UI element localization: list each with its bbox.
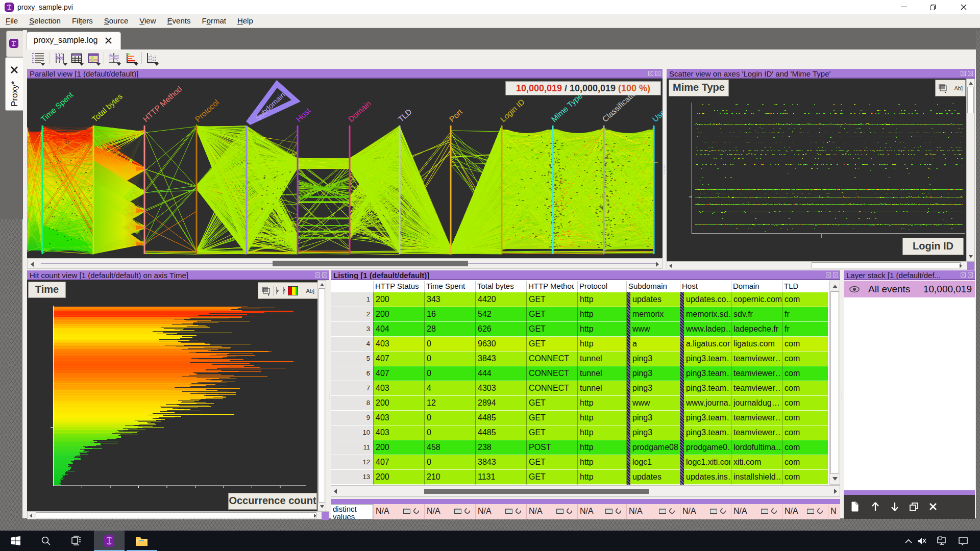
svg-text:Domain: Domain	[347, 99, 373, 123]
svg-text:TLD: TLD	[397, 107, 413, 123]
svg-text:Protocol: Protocol	[193, 98, 221, 124]
svg-text:Time Spent: Time Spent	[39, 90, 75, 123]
svg-text:Login ID: Login ID	[499, 97, 526, 123]
svg-text:HTTP Method: HTTP Method	[141, 84, 184, 123]
svg-text:Mime Type: Mime Type	[550, 91, 584, 123]
svg-text:User Agent: User Agent	[651, 91, 663, 123]
svg-text:Host: Host	[295, 106, 313, 123]
svg-text:Total bytes: Total bytes	[90, 92, 125, 123]
svg-text:Port: Port	[448, 107, 464, 123]
